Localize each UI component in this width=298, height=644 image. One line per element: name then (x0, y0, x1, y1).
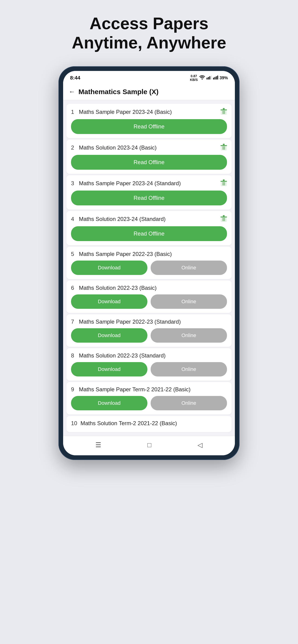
paper-number: 9 (71, 386, 76, 393)
online-button[interactable]: Online (151, 396, 227, 410)
svg-rect-0 (207, 78, 207, 80)
svg-rect-3 (211, 76, 212, 80)
trash-icon[interactable] (220, 108, 227, 116)
paper-item: 9Maths Sample Paper Term-2 2021-22 (Basi… (66, 382, 232, 414)
download-button[interactable]: Download (71, 260, 147, 275)
download-button[interactable]: Download (71, 396, 147, 410)
paper-title: Maths Sample Paper 2022-23 (Standard) (79, 318, 181, 325)
menu-icon[interactable]: ☰ (95, 441, 101, 449)
svg-rect-5 (214, 77, 215, 80)
paper-number: 5 (71, 251, 76, 257)
svg-rect-7 (217, 76, 218, 80)
download-button[interactable]: Download (71, 328, 147, 343)
paper-item: 1Maths Sample Paper 2023-24 (Basic) Read… (66, 104, 232, 138)
read-offline-button[interactable]: Read Offline (71, 155, 227, 170)
paper-header: 1Maths Sample Paper 2023-24 (Basic) (71, 108, 227, 116)
bottom-nav-bar: ☰ □ ◁ (63, 436, 235, 455)
paper-header: 8Maths Solution 2022-23 (Standard) (71, 352, 227, 359)
svg-rect-10 (223, 108, 225, 110)
paper-item: 8Maths Solution 2022-23 (Standard)Downlo… (66, 348, 232, 381)
paper-number: 6 (71, 285, 76, 291)
battery-level: 39% (219, 76, 228, 80)
papers-list: 1Maths Sample Paper 2023-24 (Basic) Read… (63, 100, 235, 436)
paper-header: 6Maths Solution 2022-23 (Basic) (71, 285, 227, 291)
paper-header: 9Maths Sample Paper Term-2 2021-22 (Basi… (71, 386, 227, 393)
paper-title: Maths Sample Paper 2023-24 (Basic) (79, 109, 172, 115)
paper-number: 4 (71, 216, 76, 222)
phone-screen: 8:44 0.87 KB/S 39% ← Math (63, 71, 235, 456)
online-button[interactable]: Online (151, 328, 227, 343)
online-button[interactable]: Online (151, 362, 227, 376)
wifi-icon (199, 75, 205, 81)
paper-number: 10 (71, 420, 77, 426)
speed-indicator: 0.87 KB/S (190, 74, 198, 82)
status-right: 0.87 KB/S 39% (190, 74, 228, 82)
paper-number: 3 (71, 180, 76, 186)
screen-title: Mathematics Sample (X) (79, 88, 159, 96)
paper-title: Maths Sample Paper 2023-24 (Standard) (79, 180, 181, 186)
status-bar: 8:44 0.87 KB/S 39% (63, 71, 235, 84)
paper-item: 3Maths Sample Paper 2023-24 (Standard) R… (66, 175, 232, 210)
svg-rect-22 (223, 180, 225, 181)
paper-title: Maths Sample Paper Term-2 2021-22 (Basic… (79, 386, 191, 393)
status-time: 8:44 (70, 75, 80, 81)
trash-icon[interactable] (220, 215, 227, 223)
paper-item: 4Maths Solution 2023-24 (Standard) Read … (66, 211, 232, 245)
paper-title: Maths Solution 2023-24 (Basic) (79, 144, 157, 151)
read-offline-button[interactable]: Read Offline (71, 119, 227, 134)
paper-title: Maths Solution 2022-23 (Standard) (79, 352, 166, 359)
trash-icon[interactable] (220, 180, 227, 187)
paper-item: 7Maths Sample Paper 2022-23 (Standard)Do… (66, 314, 232, 347)
paper-number: 1 (71, 109, 76, 115)
svg-rect-28 (223, 215, 225, 216)
paper-header: 2Maths Solution 2023-24 (Basic) (71, 144, 227, 152)
paper-item: 5Maths Sample Paper 2022-23 (Basic)Downl… (66, 247, 232, 279)
paper-title: Maths Solution Term-2 2021-22 (Basic) (81, 420, 177, 426)
paper-header: 3Maths Sample Paper 2023-24 (Standard) (71, 180, 227, 187)
signal-icon (207, 75, 212, 81)
paper-header: 10Maths Solution Term-2 2021-22 (Basic) (71, 420, 227, 426)
back-nav-icon[interactable]: ◁ (197, 441, 203, 449)
back-button[interactable]: ← (69, 88, 75, 96)
home-icon[interactable]: □ (147, 442, 151, 449)
online-button[interactable]: Online (151, 294, 227, 309)
paper-number: 2 (71, 144, 76, 151)
paper-item: 2Maths Solution 2023-24 (Basic) Read Off… (66, 140, 232, 174)
download-button[interactable]: Download (71, 362, 147, 376)
header-line2: Anytime, Anywhere (72, 33, 226, 52)
phone-frame: 8:44 0.87 KB/S 39% ← Math (59, 66, 239, 460)
paper-item: 6Maths Solution 2022-23 (Basic)DownloadO… (66, 280, 232, 313)
paper-number: 7 (71, 318, 76, 325)
svg-rect-27 (220, 216, 227, 218)
svg-rect-21 (220, 181, 227, 182)
paper-header: 7Maths Sample Paper 2022-23 (Standard) (71, 318, 227, 325)
paper-header: 4Maths Solution 2023-24 (Standard) (71, 215, 227, 223)
svg-rect-9 (220, 110, 227, 110)
svg-rect-6 (216, 76, 217, 80)
read-offline-button[interactable]: Read Offline (71, 226, 227, 241)
paper-title: Maths Solution 2022-23 (Basic) (79, 285, 157, 291)
svg-rect-16 (223, 144, 225, 145)
download-button[interactable]: Download (71, 294, 147, 309)
paper-title: Maths Solution 2023-24 (Standard) (79, 216, 166, 222)
header-line1: Access Papers (72, 14, 226, 33)
paper-title: Maths Sample Paper 2022-23 (Basic) (79, 251, 172, 257)
page-header: Access Papers Anytime, Anywhere (72, 14, 226, 52)
paper-number: 8 (71, 352, 76, 359)
paper-header: 5Maths Sample Paper 2022-23 (Basic) (71, 251, 227, 257)
svg-rect-1 (208, 77, 209, 80)
read-offline-button[interactable]: Read Offline (71, 190, 227, 206)
paper-item: 10Maths Solution Term-2 2021-22 (Basic) (66, 416, 232, 432)
svg-rect-4 (213, 78, 214, 80)
svg-rect-15 (220, 145, 227, 146)
signal-icon-2 (213, 75, 218, 81)
trash-icon[interactable] (220, 144, 227, 152)
svg-rect-2 (209, 76, 210, 80)
nav-bar: ← Mathematics Sample (X) (63, 84, 235, 100)
online-button[interactable]: Online (151, 260, 227, 275)
